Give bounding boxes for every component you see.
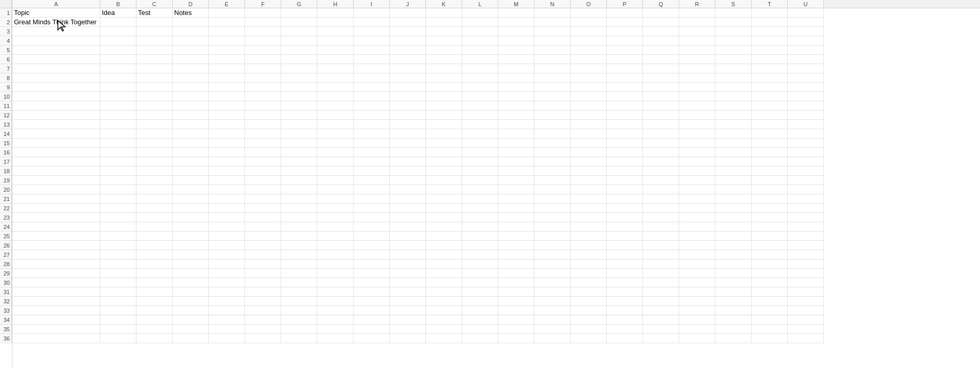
cell-M15[interactable] xyxy=(498,139,534,148)
cell-L24[interactable] xyxy=(462,222,498,232)
cell-Q24[interactable] xyxy=(643,222,679,232)
cell-S2[interactable] xyxy=(715,18,752,27)
cell-O2[interactable] xyxy=(571,18,607,27)
cell-A2[interactable]: Great Minds Think Together xyxy=(12,18,100,27)
cell-D23[interactable] xyxy=(173,213,209,222)
cell-E5[interactable] xyxy=(209,45,245,55)
cell-A34[interactable] xyxy=(12,315,100,325)
cell-A27[interactable] xyxy=(12,250,100,259)
cell-T20[interactable] xyxy=(752,185,788,194)
cell-D17[interactable] xyxy=(173,157,209,166)
cell-C35[interactable] xyxy=(136,325,173,334)
cell-F14[interactable] xyxy=(245,129,281,139)
cell-R15[interactable] xyxy=(679,139,715,148)
cell-Q9[interactable] xyxy=(643,83,679,92)
cell-M4[interactable] xyxy=(498,36,534,45)
cell-N19[interactable] xyxy=(534,176,571,185)
cell-S27[interactable] xyxy=(715,250,752,259)
cell-U21[interactable] xyxy=(788,194,824,204)
cell-S12[interactable] xyxy=(715,111,752,120)
cell-B6[interactable] xyxy=(100,55,136,64)
cell-S13[interactable] xyxy=(715,120,752,129)
cell-Q26[interactable] xyxy=(643,241,679,250)
cell-M6[interactable] xyxy=(498,55,534,64)
cell-P28[interactable] xyxy=(607,259,643,269)
cell-B5[interactable] xyxy=(100,45,136,55)
cell-H11[interactable] xyxy=(317,101,354,111)
cell-Q33[interactable] xyxy=(643,306,679,315)
cell-J10[interactable] xyxy=(390,92,426,101)
cell-P8[interactable] xyxy=(607,73,643,83)
cell-S28[interactable] xyxy=(715,259,752,269)
cell-S1[interactable] xyxy=(715,8,752,18)
cell-L35[interactable] xyxy=(462,325,498,334)
cell-G36[interactable] xyxy=(281,334,317,343)
cell-F19[interactable] xyxy=(245,176,281,185)
cell-N11[interactable] xyxy=(534,101,571,111)
cell-D2[interactable] xyxy=(173,18,209,27)
cell-K35[interactable] xyxy=(426,325,462,334)
cell-A6[interactable] xyxy=(12,55,100,64)
cell-I2[interactable] xyxy=(354,18,390,27)
cell-U28[interactable] xyxy=(788,259,824,269)
cell-S17[interactable] xyxy=(715,157,752,166)
cell-Q5[interactable] xyxy=(643,45,679,55)
cell-O25[interactable] xyxy=(571,232,607,241)
cell-S18[interactable] xyxy=(715,166,752,176)
cell-T9[interactable] xyxy=(752,83,788,92)
cell-C30[interactable] xyxy=(136,278,173,287)
cell-U23[interactable] xyxy=(788,213,824,222)
cell-O3[interactable] xyxy=(571,27,607,36)
cell-K33[interactable] xyxy=(426,306,462,315)
cell-G24[interactable] xyxy=(281,222,317,232)
cell-S34[interactable] xyxy=(715,315,752,325)
cell-K16[interactable] xyxy=(426,148,462,157)
cell-P13[interactable] xyxy=(607,120,643,129)
cell-G18[interactable] xyxy=(281,166,317,176)
cell-B22[interactable] xyxy=(100,204,136,213)
cell-M23[interactable] xyxy=(498,213,534,222)
cell-G31[interactable] xyxy=(281,287,317,297)
cell-M14[interactable] xyxy=(498,129,534,139)
cell-O26[interactable] xyxy=(571,241,607,250)
cell-S5[interactable] xyxy=(715,45,752,55)
cell-S19[interactable] xyxy=(715,176,752,185)
cell-K27[interactable] xyxy=(426,250,462,259)
cell-T30[interactable] xyxy=(752,278,788,287)
cell-S15[interactable] xyxy=(715,139,752,148)
cell-L19[interactable] xyxy=(462,176,498,185)
cell-F21[interactable] xyxy=(245,194,281,204)
cell-S23[interactable] xyxy=(715,213,752,222)
cell-O17[interactable] xyxy=(571,157,607,166)
cell-L11[interactable] xyxy=(462,101,498,111)
cell-H23[interactable] xyxy=(317,213,354,222)
cell-L17[interactable] xyxy=(462,157,498,166)
cell-G27[interactable] xyxy=(281,250,317,259)
cell-C31[interactable] xyxy=(136,287,173,297)
cell-C21[interactable] xyxy=(136,194,173,204)
cell-N15[interactable] xyxy=(534,139,571,148)
cell-T35[interactable] xyxy=(752,325,788,334)
cell-G3[interactable] xyxy=(281,27,317,36)
cell-J25[interactable] xyxy=(390,232,426,241)
cell-D32[interactable] xyxy=(173,297,209,306)
cell-A1[interactable]: Topic xyxy=(12,8,100,18)
cell-E12[interactable] xyxy=(209,111,245,120)
cell-R6[interactable] xyxy=(679,55,715,64)
cell-M1[interactable] xyxy=(498,8,534,18)
cell-M34[interactable] xyxy=(498,315,534,325)
cell-N10[interactable] xyxy=(534,92,571,101)
cell-Q30[interactable] xyxy=(643,278,679,287)
cell-T32[interactable] xyxy=(752,297,788,306)
cell-B12[interactable] xyxy=(100,111,136,120)
cell-D28[interactable] xyxy=(173,259,209,269)
cell-K9[interactable] xyxy=(426,83,462,92)
cell-C26[interactable] xyxy=(136,241,173,250)
cell-Q4[interactable] xyxy=(643,36,679,45)
cell-M25[interactable] xyxy=(498,232,534,241)
cell-H22[interactable] xyxy=(317,204,354,213)
cell-A3[interactable] xyxy=(12,27,100,36)
cell-R14[interactable] xyxy=(679,129,715,139)
cell-Q1[interactable] xyxy=(643,8,679,18)
cell-C6[interactable] xyxy=(136,55,173,64)
